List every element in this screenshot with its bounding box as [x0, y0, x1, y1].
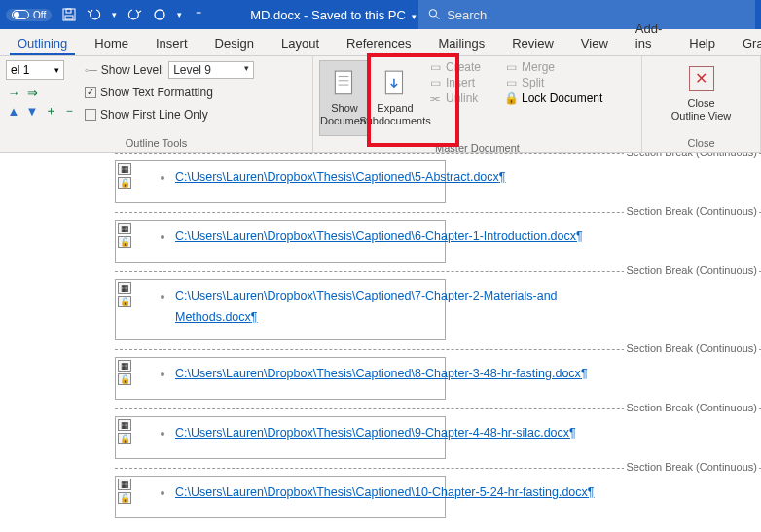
- close-icon: ✕: [689, 66, 714, 91]
- redo-icon[interactable]: [127, 7, 142, 22]
- split-icon: ▭: [504, 76, 518, 89]
- undo-dropdown-icon[interactable]: ▾: [112, 10, 117, 19]
- lock-icon: 🔒: [118, 236, 131, 248]
- tab-mailings[interactable]: Mailings: [425, 31, 499, 55]
- subdocument-link[interactable]: C:\Users\Lauren\Dropbox\Thesis\Captioned…: [175, 367, 588, 380]
- qat-overflow-icon[interactable]: ⁼: [196, 8, 201, 21]
- lock-icon: 🔒: [118, 177, 131, 189]
- search-input[interactable]: [447, 8, 740, 22]
- outline-bullet-icon: [161, 176, 164, 180]
- insert-subdoc-button[interactable]: ▭Insert: [428, 76, 490, 89]
- group-label-outline-tools: Outline Tools: [0, 135, 312, 152]
- circle-icon[interactable]: [152, 7, 167, 22]
- tab-gra[interactable]: Gra: [729, 31, 761, 55]
- show-text-formatting-checkbox[interactable]: ✓ Show Text Formatting: [85, 83, 254, 102]
- svg-rect-6: [335, 71, 351, 94]
- subdoc-icon[interactable]: ▦: [118, 163, 131, 175]
- subdoc-icon[interactable]: ▦: [118, 479, 131, 490]
- section-break-label: Section Break (Continuous): [624, 402, 759, 413]
- subdocument-link[interactable]: C:\Users\Lauren\Dropbox\Thesis\Captioned…: [175, 485, 595, 499]
- section-break-label: Section Break (Continuous): [624, 153, 759, 158]
- lock-icon: 🔒: [118, 296, 131, 307]
- tab-design[interactable]: Design: [201, 31, 268, 55]
- outline-bullet-icon: [161, 235, 164, 239]
- tab-home[interactable]: Home: [81, 31, 142, 55]
- outline-level-select[interactable]: el 1▾: [6, 60, 64, 80]
- outline-bullet-icon: [161, 491, 164, 495]
- subdoc-icon[interactable]: ▦: [118, 419, 131, 431]
- create-subdoc-button[interactable]: ▭Create: [428, 60, 490, 74]
- show-first-line-only-checkbox[interactable]: Show First Line Only: [85, 105, 254, 124]
- outline-bullet-icon: [161, 295, 164, 299]
- section-break-label: Section Break (Continuous): [624, 265, 759, 276]
- subdocument-link[interactable]: Methods.docx¶: [175, 310, 258, 324]
- show-level-select[interactable]: Level 9▾: [168, 61, 254, 79]
- section-break-label: Section Break (Continuous): [624, 342, 759, 354]
- subdocument-link[interactable]: C:\Users\Lauren\Dropbox\Thesis\Captioned…: [175, 426, 576, 440]
- lock-icon: 🔒: [118, 492, 131, 504]
- unlink-icon: ⫘: [428, 91, 442, 105]
- undo-icon[interactable]: [87, 7, 102, 22]
- subdocument-link[interactable]: C:\Users\Lauren\Dropbox\Thesis\Captioned…: [175, 289, 558, 302]
- tab-help[interactable]: Help: [675, 31, 729, 55]
- subdoc-icon[interactable]: ▦: [118, 360, 131, 372]
- window-title: MD.docx - Saved to this PC ▾: [250, 8, 417, 22]
- tab-add-ins[interactable]: Add-ins: [622, 17, 675, 55]
- show-level-indicator-icon: ◦─: [85, 63, 97, 77]
- collapse-icon[interactable]: －: [61, 103, 77, 119]
- section-break-label: Section Break (Continuous): [624, 205, 759, 217]
- tab-view[interactable]: View: [567, 31, 622, 55]
- create-icon: ▭: [428, 60, 442, 74]
- lock-icon: 🔒: [118, 433, 131, 444]
- document-canvas[interactable]: Section Break (Continuous)▦🔒C:\Users\Lau…: [0, 153, 761, 532]
- insert-icon: ▭: [428, 76, 442, 89]
- svg-rect-1: [66, 9, 71, 13]
- outline-bullet-icon: [161, 432, 164, 436]
- move-down-icon[interactable]: ▼: [24, 103, 40, 119]
- unlink-subdoc-button[interactable]: ⫘Unlink: [428, 91, 490, 105]
- tab-layout[interactable]: Layout: [268, 31, 333, 55]
- tab-review[interactable]: Review: [498, 31, 567, 55]
- lock-icon: 🔒: [118, 373, 131, 385]
- search-box[interactable]: [418, 0, 755, 29]
- lock-icon: 🔒: [504, 91, 518, 105]
- svg-line-5: [436, 16, 440, 19]
- lock-document-button[interactable]: 🔒Lock Document: [504, 91, 602, 105]
- group-label-close: Close: [642, 135, 760, 152]
- autosave-label: Off: [33, 10, 46, 20]
- demote-arrow-icon[interactable]: ⇒: [24, 85, 40, 100]
- outline-bullet-icon: [161, 372, 164, 376]
- expand-subdocuments-button[interactable]: Expand Subdocuments: [370, 60, 420, 136]
- svg-point-3: [155, 10, 164, 19]
- search-icon: [428, 8, 441, 21]
- save-icon[interactable]: [61, 7, 77, 22]
- tab-outlining[interactable]: Outlining: [4, 31, 81, 55]
- document-icon: [331, 69, 358, 98]
- ribbon-tabs: OutliningHomeInsertDesignLayoutReference…: [0, 29, 761, 56]
- svg-rect-2: [65, 16, 73, 19]
- show-level-label: Show Level:: [101, 63, 164, 77]
- group-close: ✕ Close Outline View Close: [642, 56, 761, 152]
- subdoc-icon[interactable]: ▦: [118, 282, 131, 294]
- group-master-document: Show Document Expand Subdocuments ▭Creat…: [313, 56, 642, 152]
- svg-point-4: [429, 10, 436, 17]
- ribbon: el 1▾ → ⇒ ▲ ▼ ＋ － ◦─ Show Level:: [0, 56, 761, 153]
- move-up-icon[interactable]: ▲: [6, 103, 21, 119]
- tab-insert[interactable]: Insert: [142, 31, 201, 55]
- close-outline-view-button[interactable]: ✕ Close Outline View: [642, 56, 760, 132]
- subdocument-link[interactable]: C:\Users\Lauren\Dropbox\Thesis\Captioned…: [175, 170, 506, 184]
- subdoc-icon[interactable]: ▦: [118, 223, 131, 234]
- group-outline-tools: el 1▾ → ⇒ ▲ ▼ ＋ － ◦─ Show Level:: [0, 56, 313, 152]
- tab-references[interactable]: References: [333, 31, 424, 55]
- merge-subdoc-button[interactable]: ▭Merge: [504, 60, 566, 74]
- merge-icon: ▭: [504, 60, 518, 74]
- promote-arrow-icon[interactable]: →: [6, 85, 21, 100]
- expand-document-icon: [381, 69, 409, 98]
- subdocument-link[interactable]: C:\Users\Lauren\Dropbox\Thesis\Captioned…: [175, 230, 583, 243]
- expand-icon[interactable]: ＋: [43, 103, 58, 119]
- split-subdoc-button[interactable]: ▭Split: [504, 76, 566, 89]
- qat-customize-icon[interactable]: ▾: [177, 10, 182, 19]
- autosave-toggle[interactable]: Off: [6, 9, 52, 21]
- section-break-label: Section Break (Continuous): [624, 461, 759, 473]
